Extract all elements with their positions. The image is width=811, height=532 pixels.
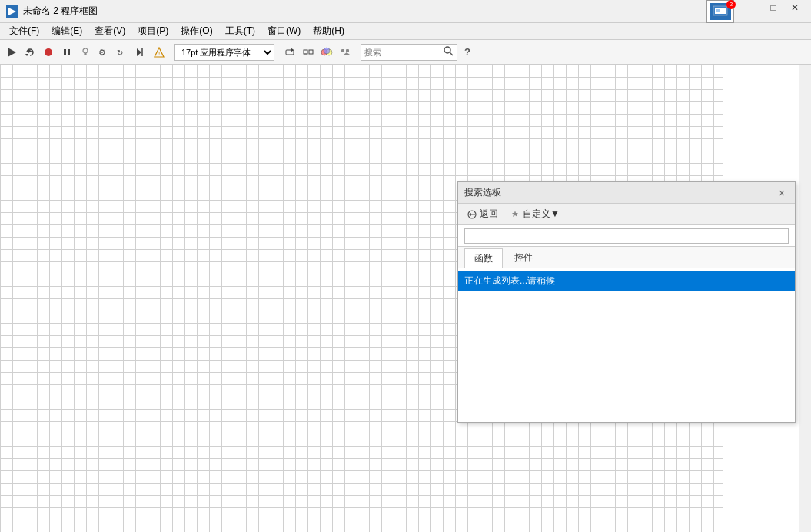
- zoom-btn[interactable]: [281, 44, 298, 61]
- step-out-button[interactable]: [132, 44, 149, 61]
- retry-button[interactable]: [22, 44, 38, 61]
- tab-functions[interactable]: 函数: [464, 248, 503, 268]
- separator-3: [357, 45, 357, 60]
- font-selector[interactable]: 17pt 应用程序字体: [174, 44, 274, 61]
- menu-project[interactable]: 项目(P): [131, 23, 174, 39]
- app-icon: [6, 5, 18, 18]
- svg-point-30: [444, 47, 450, 53]
- svg-rect-28: [346, 49, 349, 52]
- menu-view[interactable]: 查看(V): [88, 23, 131, 39]
- menu-tools[interactable]: 工具(T): [219, 23, 261, 39]
- grid-btn[interactable]: [300, 44, 317, 61]
- palette-search-input[interactable]: [464, 228, 789, 244]
- menu-window[interactable]: 窗口(W): [261, 23, 307, 39]
- warn-button[interactable]: !: [151, 44, 168, 61]
- minimize-button[interactable]: —: [742, 0, 762, 15]
- title-bar: 未命名 2 程序框图 2 — □ ✕: [0, 0, 811, 23]
- palette-titlebar: 搜索选板 ×: [458, 182, 795, 204]
- close-button[interactable]: ✕: [785, 0, 805, 15]
- pause-button[interactable]: [58, 44, 75, 61]
- svg-text:↻: ↻: [117, 48, 123, 57]
- plugin-btn[interactable]: [337, 44, 354, 61]
- menu-edit[interactable]: 编辑(E): [45, 23, 88, 39]
- palette-list: 正在生成列表...请稍候: [458, 268, 795, 422]
- help-button[interactable]: ?: [459, 44, 476, 61]
- svg-marker-20: [291, 48, 294, 52]
- palette-title: 搜索选板: [464, 186, 501, 199]
- svg-marker-0: [8, 8, 16, 15]
- svg-rect-3: [716, 9, 720, 12]
- palette-customize-button[interactable]: 自定义▼: [507, 206, 563, 222]
- menu-operate[interactable]: 操作(O): [174, 23, 218, 39]
- menu-help[interactable]: 帮助(H): [307, 23, 351, 39]
- window-title: 未命名 2 程序框图: [23, 5, 706, 18]
- palette-back-button[interactable]: 返回: [464, 206, 501, 222]
- svg-rect-21: [304, 50, 307, 54]
- palette-toolbar: 返回 自定义▼: [458, 204, 795, 225]
- back-button-label: 返回: [480, 208, 498, 221]
- svg-point-7: [45, 48, 52, 56]
- menu-file[interactable]: 文件(F): [3, 23, 45, 39]
- toolbar: ⚙ ↻ ! 17pt 应用程序字体: [0, 40, 811, 65]
- svg-marker-5: [25, 54, 28, 56]
- separator-1: [171, 45, 171, 60]
- step-over-button[interactable]: ↻: [114, 44, 131, 61]
- svg-marker-4: [8, 48, 16, 57]
- svg-marker-34: [469, 213, 471, 216]
- color-btn[interactable]: [318, 44, 335, 61]
- palette-search-bar: [458, 225, 795, 247]
- svg-rect-8: [64, 49, 66, 55]
- palette-tabs: 函数 控件: [458, 247, 795, 268]
- svg-text:⚙: ⚙: [98, 48, 106, 57]
- step-into-button[interactable]: ⚙: [95, 44, 112, 61]
- highlight-button[interactable]: [77, 44, 94, 61]
- customize-button-label: 自定义▼: [523, 208, 560, 221]
- tab-controls[interactable]: 控件: [504, 248, 543, 268]
- list-item-loading[interactable]: 正在生成列表...请稍候: [458, 271, 795, 291]
- badge: 2: [726, 0, 736, 9]
- svg-point-10: [83, 48, 88, 53]
- svg-rect-27: [341, 49, 344, 52]
- search-container: [361, 44, 457, 61]
- run-button[interactable]: [3, 44, 20, 61]
- svg-point-26: [324, 48, 330, 54]
- separator-2: [278, 45, 278, 60]
- main-scrollbar[interactable]: [799, 65, 811, 532]
- svg-rect-22: [309, 50, 313, 54]
- search-input[interactable]: [364, 48, 441, 57]
- svg-marker-29: [344, 52, 350, 55]
- window-controls: 2 — □ ✕: [706, 0, 805, 23]
- palette-close-button[interactable]: ×: [775, 186, 789, 200]
- stop-button[interactable]: [40, 44, 57, 61]
- search-submit-button[interactable]: [443, 45, 454, 58]
- maximize-button[interactable]: □: [763, 0, 783, 15]
- svg-line-31: [450, 52, 453, 55]
- app-thumbnail[interactable]: 2: [706, 0, 734, 23]
- main-area: 搜索选板 × 返回 自定义▼: [0, 65, 811, 532]
- svg-marker-15: [137, 48, 141, 56]
- search-palette: 搜索选板 × 返回 自定义▼: [457, 181, 796, 423]
- menu-bar: 文件(F) 编辑(E) 查看(V) 项目(P) 操作(O) 工具(T) 窗口(W…: [0, 23, 811, 40]
- svg-rect-9: [68, 49, 70, 55]
- svg-text:!: !: [158, 50, 160, 57]
